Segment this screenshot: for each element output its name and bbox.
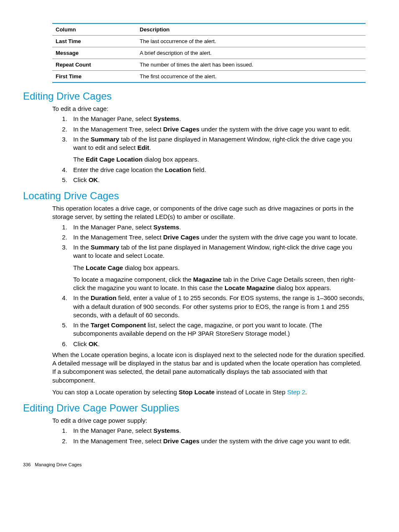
- table-row: Last Time The last occurrence of the ale…: [52, 36, 366, 47]
- bold-text: Drive Cages: [163, 437, 200, 445]
- text: dialog box appears.: [275, 284, 331, 291]
- list-item: Click OK.: [69, 340, 366, 348]
- text: Click: [73, 176, 89, 183]
- cell-col: Message: [52, 47, 136, 59]
- text: under the system with the drive cage you…: [200, 126, 351, 133]
- paragraph: You can stop a Locate operation by selec…: [52, 388, 366, 396]
- text: In the: [73, 321, 91, 329]
- list-item: In the Manager Pane, select Systems.: [69, 115, 366, 123]
- text: The: [73, 156, 86, 163]
- table-header-description: Description: [136, 23, 366, 36]
- text: Enter the drive cage location the: [73, 166, 165, 173]
- bold-text: Summary: [91, 136, 119, 143]
- bold-text: Drive Cages: [163, 234, 200, 241]
- intro-text: To edit a drive cage:: [52, 105, 366, 113]
- intro-text: To edit a drive cage power supply:: [52, 416, 366, 425]
- sub-paragraph: The Locate Cage dialog box appears.: [73, 264, 366, 272]
- text: instead of Locate in Step: [215, 388, 287, 396]
- text: To locate a magazine component, click th…: [73, 276, 193, 283]
- list-item: In the Management Tree, select Drive Cag…: [69, 233, 366, 242]
- bold-text: OK: [89, 340, 98, 347]
- text: You can stop a Locate operation by selec…: [52, 388, 179, 396]
- text: .: [179, 115, 181, 122]
- text: In the Management Tree, select: [73, 234, 163, 241]
- bold-text: Target Component: [91, 321, 146, 329]
- list-item: In the Manager Pane, select Systems.: [69, 223, 366, 231]
- bold-text: Systems: [153, 427, 179, 434]
- table-row: First Time The first occurrence of the a…: [52, 71, 366, 83]
- text: In the Manager Pane, select: [73, 115, 153, 122]
- cell-desc: The number of times the alert has been i…: [136, 59, 366, 71]
- bold-text: Duration: [91, 294, 117, 301]
- text: .: [98, 176, 100, 183]
- bold-text: Summary: [91, 244, 119, 251]
- list-item: Click OK.: [69, 176, 366, 184]
- text: In the Management Tree, select: [73, 437, 163, 445]
- heading-locating-drive-cages: Locating Drive Cages: [23, 190, 366, 202]
- page-number: 336: [23, 462, 31, 467]
- steps-list-edit-cages: In the Manager Pane, select Systems. In …: [52, 115, 366, 184]
- list-item: In the Management Tree, select Drive Cag…: [69, 437, 366, 445]
- bold-text: Systems: [153, 224, 179, 231]
- intro-text: This operation locates a drive cage, or …: [52, 204, 366, 221]
- text: The: [73, 264, 86, 271]
- text: dialog box appears.: [143, 156, 199, 163]
- list-item: In the Summary tab of the list pane disp…: [69, 135, 366, 164]
- text: under the system with the drive cage you…: [200, 234, 358, 241]
- bold-text: Edit Cage Location: [86, 156, 143, 163]
- heading-editing-drive-cages: Editing Drive Cages: [23, 90, 366, 102]
- text: Click: [73, 340, 89, 347]
- bold-text: Locate Cage: [86, 264, 123, 271]
- cell-desc: A brief description of the alert.: [136, 47, 366, 59]
- text: under the system with the drive cage you…: [200, 437, 351, 445]
- bold-text: OK: [89, 176, 98, 183]
- bold-text: Edit: [137, 144, 149, 151]
- text: In the Management Tree, select: [73, 126, 163, 133]
- text: field, enter a value of 1 to 255 seconds…: [73, 294, 364, 319]
- document-page: Column Description Last Time The last oc…: [0, 0, 399, 484]
- text: .: [305, 388, 307, 396]
- cell-desc: The last occurrence of the alert.: [136, 36, 366, 47]
- text: field.: [191, 166, 206, 173]
- text: .: [149, 144, 151, 151]
- table-row: Message A brief description of the alert…: [52, 47, 366, 59]
- heading-editing-power-supplies: Editing Drive Cage Power Supplies: [23, 402, 366, 414]
- cell-col: Repeat Count: [52, 59, 136, 71]
- table-row: Repeat Count The number of times the ale…: [52, 59, 366, 71]
- text: .: [98, 340, 100, 347]
- bold-text: Systems: [153, 115, 179, 122]
- sub-paragraph: The Edit Cage Location dialog box appear…: [73, 155, 366, 164]
- steps-list-locate-cages: In the Manager Pane, select Systems. In …: [52, 223, 366, 348]
- sub-paragraph: To locate a magazine component, click th…: [73, 275, 366, 293]
- bold-text: Stop Locate: [179, 388, 215, 396]
- text: .: [179, 427, 181, 434]
- cell-desc: The first occurrence of the alert.: [136, 71, 366, 83]
- text: In the Manager Pane, select: [73, 427, 153, 434]
- paragraph: When the Locate operation begins, a loca…: [52, 351, 366, 385]
- list-item: In the Manager Pane, select Systems.: [69, 427, 366, 435]
- steps-list-edit-power: In the Manager Pane, select Systems. In …: [52, 427, 366, 445]
- text: In the: [73, 244, 91, 251]
- bold-text: Magazine: [193, 276, 222, 283]
- list-item: Enter the drive cage location the Locati…: [69, 166, 366, 174]
- bold-text: Drive Cages: [163, 126, 200, 133]
- page-footer: 336Managing Drive Cages: [23, 462, 366, 467]
- bold-text: Location: [165, 166, 191, 173]
- alerts-columns-table: Column Description Last Time The last oc…: [52, 23, 366, 83]
- cell-col: Last Time: [52, 36, 136, 47]
- text: dialog box appears.: [123, 264, 179, 271]
- cell-col: First Time: [52, 71, 136, 83]
- bold-text: Locate Magazine: [225, 284, 275, 291]
- text: .: [179, 224, 181, 231]
- list-item: In the Target Component list, select the…: [69, 321, 366, 338]
- text: In the: [73, 136, 91, 143]
- text: In the Manager Pane, select: [73, 224, 153, 231]
- text: In the: [73, 294, 91, 301]
- step-2-link[interactable]: Step 2: [287, 388, 305, 396]
- list-item: In the Duration field, enter a value of …: [69, 294, 366, 319]
- table-header-column: Column: [52, 23, 136, 36]
- footer-title: Managing Drive Cages: [35, 462, 82, 467]
- list-item: In the Summary tab of the list pane disp…: [69, 243, 366, 292]
- list-item: In the Management Tree, select Drive Cag…: [69, 125, 366, 134]
